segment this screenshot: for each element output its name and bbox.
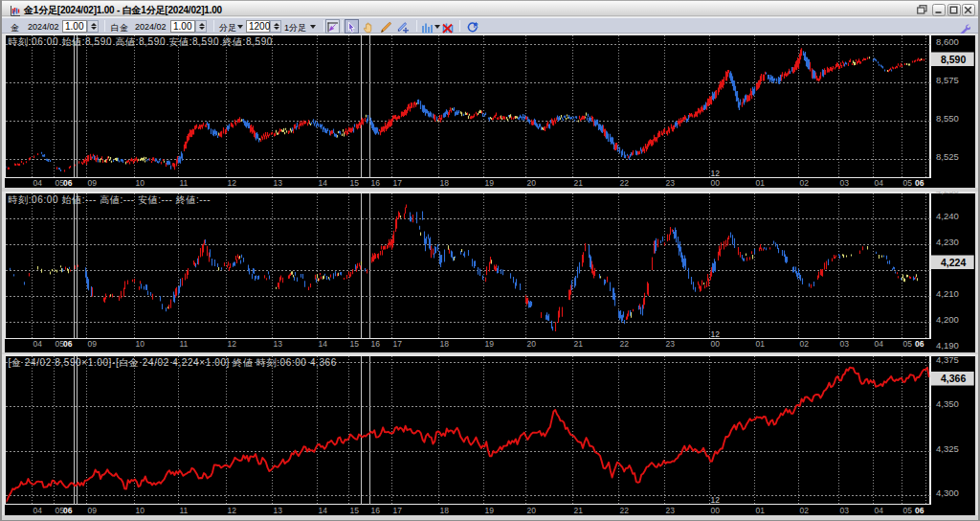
svg-text:06: 06: [63, 178, 73, 188]
svg-text:13: 13: [274, 339, 283, 349]
svg-text:12: 12: [228, 339, 237, 349]
svg-text:01: 01: [756, 506, 766, 515]
svg-text:05: 05: [903, 178, 913, 188]
svg-text:23: 23: [666, 178, 676, 188]
svg-text:時刻:06:00 始値:8,590 高値:8,590 安値:: 時刻:06:00 始値:8,590 高値:8,590 安値:8,590 終値:8…: [9, 36, 274, 47]
svg-text:10: 10: [136, 339, 145, 349]
svg-text:17: 17: [393, 178, 403, 188]
svg-text:4,375: 4,375: [936, 354, 959, 365]
svg-text:05: 05: [903, 339, 913, 349]
svg-text:09: 09: [88, 178, 98, 188]
svg-text:12: 12: [228, 506, 237, 515]
svg-text:14: 14: [319, 506, 328, 515]
svg-text:12: 12: [711, 329, 721, 339]
svg-text:21: 21: [574, 506, 584, 515]
svg-text:8,550: 8,550: [936, 113, 959, 124]
svg-text:4,210: 4,210: [936, 288, 959, 299]
svg-text:4,366: 4,366: [941, 373, 966, 384]
svg-text:03: 03: [840, 178, 850, 188]
svg-text:04: 04: [33, 506, 43, 515]
svg-text:15: 15: [350, 178, 360, 188]
svg-text:10: 10: [136, 506, 145, 515]
svg-text:20: 20: [527, 506, 537, 515]
svg-text:4,325: 4,325: [936, 443, 959, 454]
svg-text:11: 11: [180, 339, 189, 349]
svg-text:16: 16: [371, 506, 381, 515]
svg-text:02: 02: [800, 506, 810, 515]
svg-text:14: 14: [319, 178, 328, 188]
svg-text:時刻:06:00 始値:--- 高値:--- 安値:--: 時刻:06:00 始値:--- 高値:--- 安値:--- 終値:---: [9, 194, 212, 205]
svg-text:06: 06: [63, 506, 73, 515]
svg-text:12: 12: [228, 178, 237, 188]
svg-text:22: 22: [620, 339, 630, 349]
svg-text:R: R: [474, 22, 479, 29]
svg-text:15: 15: [350, 339, 360, 349]
svg-text:21: 21: [574, 178, 584, 188]
svg-text:4,350: 4,350: [936, 398, 959, 409]
svg-text:22: 22: [620, 506, 630, 515]
svg-text:06: 06: [63, 339, 73, 349]
svg-text:11: 11: [180, 506, 189, 515]
svg-text:13: 13: [274, 506, 283, 515]
svg-text:18: 18: [440, 339, 450, 349]
svg-text:04: 04: [33, 178, 43, 188]
svg-text:01: 01: [756, 339, 766, 349]
svg-text:[金 24/02 8,590×1.00]-[白金 24/02: [金 24/02 8,590×1.00]-[白金 24/02 4,224×1.0…: [9, 357, 337, 368]
svg-text:14: 14: [319, 339, 328, 349]
svg-text:05: 05: [903, 506, 913, 515]
svg-text:19: 19: [485, 506, 495, 515]
svg-text:04: 04: [875, 339, 884, 349]
svg-text:8,590: 8,590: [941, 54, 966, 65]
svg-text:04: 04: [33, 339, 43, 349]
svg-text:06: 06: [915, 506, 924, 515]
svg-text:4,230: 4,230: [936, 237, 959, 247]
svg-text:03: 03: [840, 506, 850, 515]
svg-text:09: 09: [88, 339, 98, 349]
svg-text:04: 04: [875, 506, 884, 515]
svg-text:06: 06: [915, 178, 924, 188]
svg-text:21: 21: [574, 339, 584, 349]
svg-text:4,190: 4,190: [936, 340, 959, 351]
svg-text:12: 12: [711, 169, 721, 178]
svg-text:19: 19: [485, 178, 495, 188]
svg-text:15: 15: [350, 506, 360, 515]
svg-text:4,250: 4,250: [936, 192, 959, 195]
svg-text:8,600: 8,600: [936, 36, 959, 47]
svg-text:09: 09: [88, 506, 98, 515]
svg-text:8,575: 8,575: [936, 75, 959, 85]
svg-text:17: 17: [393, 339, 403, 349]
svg-text:12: 12: [711, 495, 721, 505]
svg-text:10: 10: [136, 178, 145, 188]
svg-text:03: 03: [840, 339, 850, 349]
svg-text:4,240: 4,240: [936, 211, 959, 221]
svg-text:4,224: 4,224: [941, 257, 966, 268]
svg-text:23: 23: [666, 506, 676, 515]
svg-text:06: 06: [915, 339, 924, 349]
svg-text:18: 18: [440, 506, 450, 515]
svg-text:17: 17: [393, 506, 403, 515]
svg-text:20: 20: [527, 178, 537, 188]
svg-text:16: 16: [371, 178, 381, 188]
svg-text:13: 13: [274, 178, 283, 188]
svg-text:23: 23: [666, 339, 676, 349]
svg-text:22: 22: [620, 178, 630, 188]
svg-text:11: 11: [180, 178, 189, 188]
svg-text:00: 00: [711, 178, 721, 188]
svg-text:8,525: 8,525: [936, 151, 959, 162]
svg-text:18: 18: [440, 178, 450, 188]
svg-text:20: 20: [527, 339, 537, 349]
svg-text:00: 00: [711, 339, 721, 349]
svg-text:4,300: 4,300: [936, 487, 959, 498]
svg-text:01: 01: [756, 178, 766, 188]
svg-text:19: 19: [485, 339, 495, 349]
svg-text:16: 16: [371, 339, 381, 349]
svg-text:00: 00: [711, 506, 721, 515]
svg-text:02: 02: [800, 178, 810, 188]
svg-text:4,200: 4,200: [936, 314, 959, 325]
svg-text:04: 04: [875, 178, 884, 188]
svg-text:02: 02: [800, 339, 810, 349]
